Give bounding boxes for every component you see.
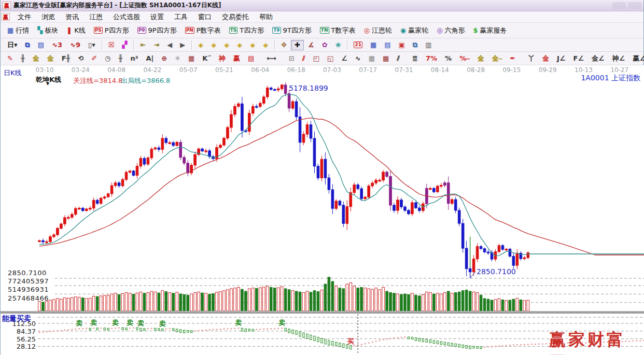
- volume-bar[interactable]: [216, 292, 218, 311]
- fenxing-button[interactable]: ☒: [105, 40, 118, 50]
- volume-bar[interactable]: [92, 296, 95, 311]
- volume-bar[interactable]: [121, 293, 124, 311]
- volume-bar[interactable]: [266, 286, 269, 311]
- volume-bar[interactable]: [107, 295, 109, 311]
- volume-bar[interactable]: [472, 292, 475, 311]
- volume-bar[interactable]: [346, 284, 348, 311]
- volume-bar[interactable]: [64, 298, 66, 311]
- candle-body[interactable]: [400, 200, 403, 207]
- box-tool-button[interactable]: ⊡: [285, 53, 298, 64]
- candle-body[interactable]: [252, 106, 255, 113]
- volume-bar[interactable]: [262, 287, 265, 311]
- volume-bar[interactable]: [469, 291, 471, 311]
- volume-bar[interactable]: [118, 294, 120, 311]
- candle-body[interactable]: [404, 207, 407, 210]
- candle-body[interactable]: [227, 127, 229, 138]
- volume-bar[interactable]: [81, 298, 84, 311]
- next-button[interactable]: ▶: [176, 40, 189, 50]
- volume-bar[interactable]: [415, 295, 417, 311]
- angle-lines-button[interactable]: ∠: [338, 53, 351, 64]
- volume-bar[interactable]: [205, 293, 207, 311]
- candle-body[interactable]: [408, 210, 410, 214]
- volume-bar[interactable]: [512, 299, 515, 311]
- candle-body[interactable]: [256, 106, 258, 107]
- candle-body[interactable]: [169, 143, 171, 144]
- parallel-lines-button[interactable]: ⫽: [393, 53, 403, 64]
- candle-body[interactable]: [324, 159, 327, 178]
- volume-bar[interactable]: [433, 294, 436, 311]
- candle-body[interactable]: [78, 208, 80, 209]
- candle-body[interactable]: [129, 171, 131, 172]
- candle-body[interactable]: [360, 189, 363, 198]
- notes-button[interactable]: ▤: [381, 40, 394, 50]
- candle-body[interactable]: [458, 210, 460, 223]
- volume-bar[interactable]: [125, 293, 128, 311]
- volume-bar[interactable]: [382, 287, 385, 311]
- volume-bar[interactable]: [408, 294, 410, 311]
- volume-bar[interactable]: [150, 291, 153, 311]
- candle-body[interactable]: [219, 145, 222, 148]
- volume-bar[interactable]: [353, 286, 356, 311]
- candle-body[interactable]: [310, 125, 312, 138]
- calculator-button[interactable]: ▦: [367, 40, 380, 50]
- volume-bar[interactable]: [339, 288, 341, 311]
- candle-body[interactable]: [190, 165, 193, 173]
- volume-bar[interactable]: [509, 300, 511, 311]
- volume-bar[interactable]: [310, 292, 312, 311]
- volume-bar[interactable]: [418, 296, 421, 311]
- volume-bar[interactable]: [527, 300, 529, 311]
- volume-bar[interactable]: [227, 290, 229, 311]
- kline-style-dropdown[interactable]: 日▾: [4, 40, 21, 50]
- candle-body[interactable]: [270, 88, 272, 90]
- candle-body[interactable]: [465, 248, 468, 268]
- volume-bar[interactable]: [487, 299, 489, 311]
- volume-bar[interactable]: [96, 296, 99, 311]
- volume-bar[interactable]: [219, 292, 222, 311]
- restore-button[interactable]: [628, 2, 641, 9]
- volume-bar[interactable]: [194, 293, 197, 311]
- candle-body[interactable]: [306, 125, 309, 134]
- volume-bar[interactable]: [230, 289, 233, 311]
- candle-body[interactable]: [317, 166, 319, 178]
- gold-angle-button[interactable]: 金∠: [588, 53, 608, 64]
- f-angle-button[interactable]: F∠: [570, 53, 588, 64]
- candle-body[interactable]: [299, 117, 301, 142]
- ying-angle-button[interactable]: 赢∠: [629, 53, 644, 64]
- volume-bar[interactable]: [461, 291, 464, 311]
- volume-bar[interactable]: [42, 302, 45, 311]
- volume-bar[interactable]: [379, 290, 381, 311]
- volume-bar[interactable]: [223, 291, 226, 311]
- f-fence-button[interactable]: F╫: [58, 53, 74, 64]
- candle-body[interactable]: [110, 186, 113, 194]
- volume-bar[interactable]: [501, 300, 504, 311]
- volume-bar[interactable]: [277, 288, 279, 311]
- shrink-left-button[interactable]: ◈: [194, 40, 207, 50]
- volume-bar[interactable]: [440, 294, 442, 311]
- sell-signal[interactable]: 卖: [76, 319, 82, 327]
- volume-bar[interactable]: [454, 293, 457, 311]
- volume-bar[interactable]: [320, 290, 323, 311]
- pan-diamond-button[interactable]: ◈: [259, 40, 272, 50]
- volume-bar[interactable]: [480, 295, 482, 311]
- candle-body[interactable]: [67, 217, 70, 218]
- crosshair-button[interactable]: ✚: [291, 40, 304, 50]
- candle-body[interactable]: [440, 185, 442, 186]
- candle-body[interactable]: [89, 208, 91, 209]
- candle-body[interactable]: [498, 246, 500, 252]
- volume-bar[interactable]: [342, 289, 345, 311]
- box-fan-button[interactable]: ◱: [324, 53, 337, 64]
- volume-bar[interactable]: [447, 291, 450, 311]
- menu-item[interactable]: 交易委托: [217, 11, 254, 23]
- menu-item[interactable]: 资讯: [60, 11, 84, 23]
- grid-tool-button[interactable]: ▦: [365, 53, 379, 64]
- volume-bar[interactable]: [299, 292, 301, 311]
- volume-bar[interactable]: [397, 294, 399, 311]
- volume-bar[interactable]: [516, 298, 519, 311]
- candle-body[interactable]: [147, 158, 149, 164]
- candle-body[interactable]: [411, 203, 414, 214]
- h-measure-button[interactable]: ⟷: [263, 53, 280, 64]
- flag-pen-button[interactable]: ✒: [506, 53, 519, 64]
- candle-body[interactable]: [418, 208, 421, 210]
- volume-bar[interactable]: [136, 293, 138, 311]
- a-line-button[interactable]: A|: [142, 53, 157, 64]
